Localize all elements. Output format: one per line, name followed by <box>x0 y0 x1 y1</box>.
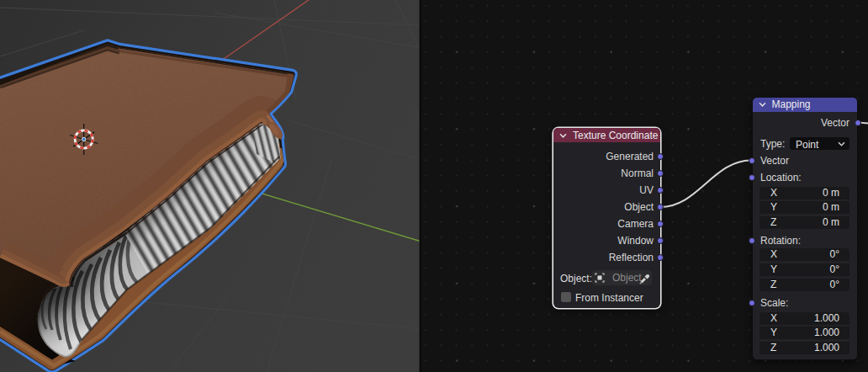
svg-text:Object: Object <box>612 272 642 284</box>
